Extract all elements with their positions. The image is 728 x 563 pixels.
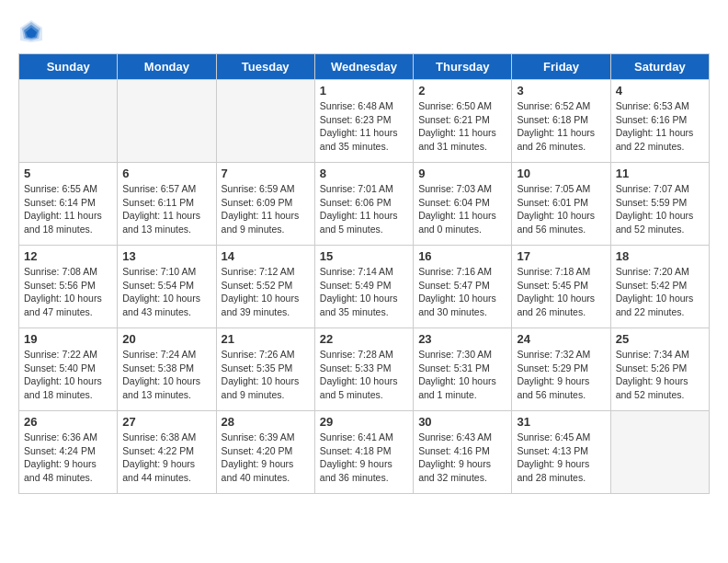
- day-info: Sunrise: 6:59 AM Sunset: 6:09 PM Dayligh…: [222, 182, 310, 236]
- calendar-week-3: 12Sunrise: 7:08 AM Sunset: 5:56 PM Dayli…: [19, 246, 710, 328]
- page-header: [18, 18, 710, 44]
- day-number: 13: [122, 249, 210, 263]
- calendar-cell: 11Sunrise: 7:07 AM Sunset: 5:59 PM Dayli…: [610, 163, 709, 246]
- calendar-week-5: 26Sunrise: 6:36 AM Sunset: 4:24 PM Dayli…: [19, 411, 710, 494]
- weekday-header-wednesday: Wednesday: [314, 54, 413, 80]
- day-number: 16: [418, 249, 506, 263]
- calendar-cell: 28Sunrise: 6:39 AM Sunset: 4:20 PM Dayli…: [216, 411, 314, 494]
- calendar-cell: 10Sunrise: 7:05 AM Sunset: 6:01 PM Dayli…: [512, 163, 610, 246]
- day-number: 7: [222, 167, 310, 180]
- day-info: Sunrise: 6:53 AM Sunset: 6:16 PM Dayligh…: [616, 99, 704, 154]
- day-info: Sunrise: 7:24 AM Sunset: 5:38 PM Dayligh…: [122, 348, 210, 402]
- day-number: 3: [517, 84, 605, 98]
- day-info: Sunrise: 7:32 AM Sunset: 5:29 PM Dayligh…: [517, 348, 605, 402]
- calendar-cell: 27Sunrise: 6:38 AM Sunset: 4:22 PM Dayli…: [118, 411, 216, 494]
- day-info: Sunrise: 7:12 AM Sunset: 5:52 PM Dayligh…: [222, 265, 310, 319]
- calendar-cell: 21Sunrise: 7:26 AM Sunset: 5:35 PM Dayli…: [216, 328, 314, 411]
- day-info: Sunrise: 7:28 AM Sunset: 5:33 PM Dayligh…: [320, 348, 408, 402]
- day-number: 6: [122, 167, 210, 180]
- calendar-cell: [216, 80, 314, 163]
- day-info: Sunrise: 7:01 AM Sunset: 6:06 PM Dayligh…: [320, 182, 408, 236]
- day-number: 24: [517, 332, 605, 346]
- calendar-cell: 14Sunrise: 7:12 AM Sunset: 5:52 PM Dayli…: [216, 246, 314, 328]
- calendar-cell: 1Sunrise: 6:48 AM Sunset: 6:23 PM Daylig…: [314, 80, 413, 163]
- day-number: 26: [24, 415, 112, 429]
- weekday-header-thursday: Thursday: [414, 54, 512, 80]
- calendar-cell: 4Sunrise: 6:53 AM Sunset: 6:16 PM Daylig…: [610, 80, 709, 163]
- day-number: 21: [222, 332, 310, 346]
- weekday-header-monday: Monday: [118, 54, 216, 80]
- calendar-week-2: 5Sunrise: 6:55 AM Sunset: 6:14 PM Daylig…: [19, 163, 710, 246]
- calendar-table: SundayMondayTuesdayWednesdayThursdayFrid…: [18, 53, 710, 494]
- day-info: Sunrise: 7:10 AM Sunset: 5:54 PM Dayligh…: [122, 265, 210, 319]
- calendar-cell: 29Sunrise: 6:41 AM Sunset: 4:18 PM Dayli…: [314, 411, 413, 494]
- calendar-cell: 12Sunrise: 7:08 AM Sunset: 5:56 PM Dayli…: [19, 246, 118, 328]
- day-info: Sunrise: 6:57 AM Sunset: 6:11 PM Dayligh…: [122, 182, 210, 236]
- calendar-cell: 25Sunrise: 7:34 AM Sunset: 5:26 PM Dayli…: [610, 328, 709, 411]
- day-number: 23: [418, 332, 506, 346]
- day-info: Sunrise: 6:48 AM Sunset: 6:23 PM Dayligh…: [320, 99, 408, 154]
- day-number: 9: [418, 167, 506, 180]
- day-info: Sunrise: 6:52 AM Sunset: 6:18 PM Dayligh…: [517, 99, 605, 154]
- calendar-cell: 23Sunrise: 7:30 AM Sunset: 5:31 PM Dayli…: [414, 328, 512, 411]
- day-number: 20: [122, 332, 210, 346]
- weekday-header-friday: Friday: [512, 54, 610, 80]
- calendar-cell: 5Sunrise: 6:55 AM Sunset: 6:14 PM Daylig…: [19, 163, 118, 246]
- day-info: Sunrise: 7:16 AM Sunset: 5:47 PM Dayligh…: [418, 265, 506, 319]
- calendar-cell: 13Sunrise: 7:10 AM Sunset: 5:54 PM Dayli…: [118, 246, 216, 328]
- calendar-cell: 15Sunrise: 7:14 AM Sunset: 5:49 PM Dayli…: [314, 246, 413, 328]
- calendar-cell: 6Sunrise: 6:57 AM Sunset: 6:11 PM Daylig…: [118, 163, 216, 246]
- logo-icon: [18, 18, 44, 44]
- day-number: 5: [24, 167, 112, 180]
- day-number: 25: [616, 332, 704, 346]
- calendar-cell: [118, 80, 216, 163]
- calendar-cell: [19, 80, 118, 163]
- day-number: 29: [320, 415, 408, 429]
- day-number: 12: [24, 249, 112, 263]
- day-info: Sunrise: 7:30 AM Sunset: 5:31 PM Dayligh…: [418, 348, 506, 402]
- day-info: Sunrise: 6:38 AM Sunset: 4:22 PM Dayligh…: [122, 431, 210, 485]
- calendar-cell: 7Sunrise: 6:59 AM Sunset: 6:09 PM Daylig…: [216, 163, 314, 246]
- day-info: Sunrise: 6:55 AM Sunset: 6:14 PM Dayligh…: [24, 182, 112, 236]
- calendar-cell: 26Sunrise: 6:36 AM Sunset: 4:24 PM Dayli…: [19, 411, 118, 494]
- day-number: 2: [418, 84, 506, 98]
- calendar-cell: 8Sunrise: 7:01 AM Sunset: 6:06 PM Daylig…: [314, 163, 413, 246]
- day-number: 17: [517, 249, 605, 263]
- day-number: 15: [320, 249, 408, 263]
- day-info: Sunrise: 7:18 AM Sunset: 5:45 PM Dayligh…: [517, 265, 605, 319]
- day-info: Sunrise: 6:39 AM Sunset: 4:20 PM Dayligh…: [222, 431, 310, 485]
- day-info: Sunrise: 7:07 AM Sunset: 5:59 PM Dayligh…: [616, 182, 704, 236]
- weekday-header-row: SundayMondayTuesdayWednesdayThursdayFrid…: [19, 54, 710, 80]
- day-number: 28: [222, 415, 310, 429]
- day-info: Sunrise: 7:22 AM Sunset: 5:40 PM Dayligh…: [24, 348, 112, 402]
- day-number: 8: [320, 167, 408, 180]
- day-number: 14: [222, 249, 310, 263]
- day-info: Sunrise: 7:05 AM Sunset: 6:01 PM Dayligh…: [517, 182, 605, 236]
- day-info: Sunrise: 7:08 AM Sunset: 5:56 PM Dayligh…: [24, 265, 112, 319]
- day-info: Sunrise: 7:14 AM Sunset: 5:49 PM Dayligh…: [320, 265, 408, 319]
- day-number: 27: [122, 415, 210, 429]
- calendar-cell: 19Sunrise: 7:22 AM Sunset: 5:40 PM Dayli…: [19, 328, 118, 411]
- calendar-cell: 18Sunrise: 7:20 AM Sunset: 5:42 PM Dayli…: [610, 246, 709, 328]
- calendar-cell: 2Sunrise: 6:50 AM Sunset: 6:21 PM Daylig…: [414, 80, 512, 163]
- weekday-header-saturday: Saturday: [610, 54, 709, 80]
- calendar-cell: 31Sunrise: 6:45 AM Sunset: 4:13 PM Dayli…: [512, 411, 610, 494]
- day-info: Sunrise: 7:26 AM Sunset: 5:35 PM Dayligh…: [222, 348, 310, 402]
- day-number: 22: [320, 332, 408, 346]
- day-number: 30: [418, 415, 506, 429]
- day-number: 19: [24, 332, 112, 346]
- day-number: 10: [517, 167, 605, 180]
- calendar-week-4: 19Sunrise: 7:22 AM Sunset: 5:40 PM Dayli…: [19, 328, 710, 411]
- day-info: Sunrise: 6:45 AM Sunset: 4:13 PM Dayligh…: [517, 431, 605, 485]
- calendar-cell: 9Sunrise: 7:03 AM Sunset: 6:04 PM Daylig…: [414, 163, 512, 246]
- calendar-cell: 16Sunrise: 7:16 AM Sunset: 5:47 PM Dayli…: [414, 246, 512, 328]
- day-info: Sunrise: 6:43 AM Sunset: 4:16 PM Dayligh…: [418, 431, 506, 485]
- calendar-cell: 3Sunrise: 6:52 AM Sunset: 6:18 PM Daylig…: [512, 80, 610, 163]
- calendar-cell: 20Sunrise: 7:24 AM Sunset: 5:38 PM Dayli…: [118, 328, 216, 411]
- day-number: 18: [616, 249, 704, 263]
- day-number: 31: [517, 415, 605, 429]
- calendar-week-1: 1Sunrise: 6:48 AM Sunset: 6:23 PM Daylig…: [19, 80, 710, 163]
- day-info: Sunrise: 6:41 AM Sunset: 4:18 PM Dayligh…: [320, 431, 408, 485]
- day-info: Sunrise: 6:50 AM Sunset: 6:21 PM Dayligh…: [418, 99, 506, 154]
- day-info: Sunrise: 6:36 AM Sunset: 4:24 PM Dayligh…: [24, 431, 112, 485]
